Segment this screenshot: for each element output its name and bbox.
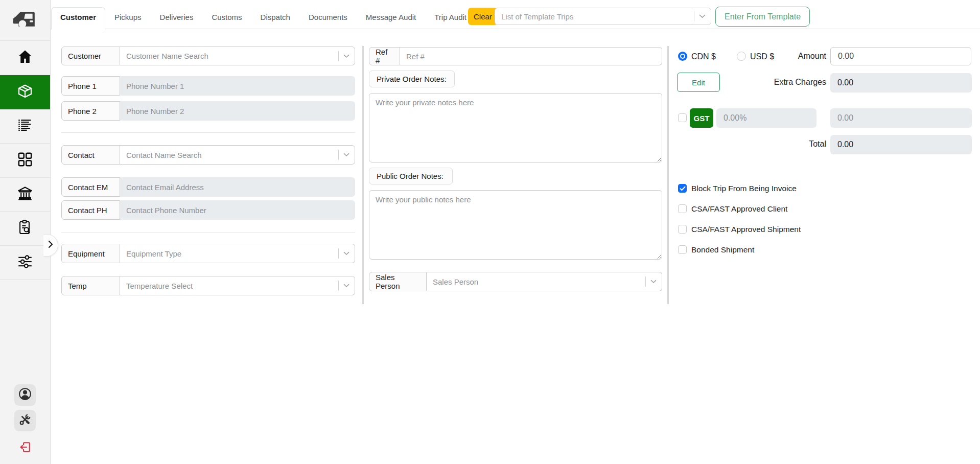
contact-placeholder: Contact Name Search — [126, 151, 202, 159]
nav-tabs: Customer Pickups Deliveries Customs Disp… — [51, 7, 476, 29]
tools-icon — [17, 412, 33, 429]
block-invoice-checkbox[interactable] — [678, 184, 687, 193]
phone1-label: Phone 1 — [61, 76, 120, 96]
chevron-down-icon[interactable] — [338, 248, 349, 259]
bonded-shipment-checkbox[interactable] — [678, 245, 687, 254]
sidebar-item-trip-search[interactable] — [0, 212, 50, 246]
tab-dispatch[interactable]: Dispatch — [251, 7, 299, 29]
app-logo — [0, 0, 50, 41]
grid-icon — [16, 151, 34, 170]
cdn-currency-label[interactable]: CDN $ — [691, 52, 716, 61]
temp-select[interactable]: Temperature Select — [120, 276, 355, 295]
chevron-down-icon[interactable] — [338, 51, 349, 61]
public-notes-textarea[interactable] — [369, 190, 662, 260]
chevron-down-icon[interactable] — [338, 281, 349, 291]
sidebar-item-accounting[interactable] — [0, 178, 50, 212]
tab-deliveries[interactable]: Deliveries — [151, 7, 203, 29]
sidebar-item-trip-list[interactable] — [0, 109, 50, 144]
contact-label: Contact — [61, 145, 120, 165]
profile-button[interactable] — [14, 384, 36, 406]
cdn-currency-radio[interactable] — [678, 52, 687, 61]
tab-customs[interactable]: Customs — [202, 7, 251, 29]
gst-badge[interactable]: GST — [690, 108, 713, 128]
csa-shipment-checkbox[interactable] — [678, 225, 687, 234]
edit-extra-charges-button[interactable]: Edit — [677, 73, 720, 92]
equipment-placeholder: Equipment Type — [126, 249, 181, 258]
customer-select[interactable]: Customer Name Search — [120, 47, 355, 65]
private-notes-label: Private Order Notes: — [369, 71, 455, 87]
contact-email-field-group: Contact EM Contact Email Address — [61, 177, 355, 197]
sliders-icon — [16, 253, 34, 272]
contact-email-field[interactable]: Contact Email Address — [120, 177, 355, 197]
template-trips-dropdown[interactable]: List of Template Trips — [495, 8, 711, 25]
csa-client-checkbox[interactable] — [678, 204, 687, 213]
sidebar-item-settings[interactable] — [0, 246, 50, 280]
gst-percent-field[interactable]: 0.00% — [716, 108, 816, 128]
template-trips-placeholder: List of Template Trips — [501, 12, 573, 21]
ref-placeholder: Ref # — [406, 52, 425, 61]
clear-button[interactable]: Clear — [468, 8, 498, 25]
sales-person-field-group: Sales Person Sales Person — [369, 272, 662, 291]
total-value: 0.00 — [837, 140, 853, 149]
truck-logo-icon — [11, 8, 39, 33]
combo-divider — [338, 281, 339, 291]
tab-documents[interactable]: Documents — [299, 7, 357, 29]
temp-field-group: Temp Temperature Select — [61, 276, 355, 295]
tab-pickups[interactable]: Pickups — [105, 7, 151, 29]
contact-phone-label: Contact PH — [61, 200, 120, 220]
contact-email-label: Contact EM — [61, 177, 120, 197]
sidebar-item-orders[interactable] — [0, 75, 50, 109]
sidebar-item-dashboard[interactable] — [0, 144, 50, 178]
check-icon — [680, 184, 686, 193]
divider — [61, 132, 355, 133]
amount-value: 0.00 — [838, 52, 854, 61]
private-notes-textarea[interactable] — [369, 93, 662, 163]
bank-icon — [16, 184, 34, 205]
temp-label: Temp — [61, 276, 120, 295]
csa-client-label[interactable]: CSA/FAST Approved Client — [691, 204, 787, 214]
tab-customer[interactable]: Customer — [51, 7, 105, 30]
column-separator — [362, 46, 364, 304]
gst-checkbox[interactable] — [678, 113, 687, 122]
amount-label: Amount — [761, 52, 826, 61]
bonded-shipment-label[interactable]: Bonded Shipment — [691, 245, 754, 254]
equipment-field-group: Equipment Equipment Type — [61, 244, 355, 263]
contact-phone-field[interactable]: Contact Phone Number — [120, 200, 355, 220]
combo-divider — [338, 150, 339, 160]
gst-percent-value: 0.00% — [724, 113, 746, 123]
contact-phone-field-group: Contact PH Contact Phone Number — [61, 200, 355, 220]
tab-message-audit[interactable]: Message Audit — [357, 7, 425, 29]
enter-from-template-button[interactable]: Enter From Template — [715, 7, 810, 27]
chevron-down-icon[interactable] — [645, 276, 657, 287]
chevron-down-icon[interactable] — [694, 11, 706, 21]
chevron-right-icon — [46, 239, 55, 251]
logout-icon — [18, 440, 32, 456]
usd-currency-radio[interactable] — [737, 52, 746, 61]
phone2-placeholder: Phone Number 2 — [126, 107, 184, 115]
logout-button[interactable] — [17, 440, 33, 456]
sidebar-item-home[interactable] — [0, 41, 50, 75]
combo-divider — [338, 51, 339, 61]
public-notes-label: Public Order Notes: — [369, 168, 453, 184]
block-invoice-label[interactable]: Block Trip From Being Invoice — [691, 184, 797, 193]
clipboard-search-icon — [16, 219, 34, 238]
equipment-select[interactable]: Equipment Type — [120, 244, 355, 263]
sales-person-select[interactable]: Sales Person — [427, 272, 662, 291]
sales-person-placeholder: Sales Person — [433, 277, 478, 286]
phone2-field[interactable]: Phone Number 2 — [120, 101, 355, 121]
csa-shipment-label[interactable]: CSA/FAST Approved Shipment — [691, 225, 801, 234]
divider — [61, 233, 355, 233]
phone1-field-group: Phone 1 Phone Number 1 — [61, 76, 355, 96]
list-icon — [16, 117, 34, 136]
amount-input[interactable]: 0.00 — [830, 47, 971, 65]
home-icon — [16, 48, 34, 67]
tools-button[interactable] — [14, 410, 36, 431]
phone1-field[interactable]: Phone Number 1 — [120, 76, 355, 96]
sidebar-expand-handle[interactable] — [43, 234, 58, 257]
phone1-placeholder: Phone Number 1 — [126, 82, 184, 90]
phone2-field-group: Phone 2 Phone Number 2 — [61, 101, 355, 121]
chevron-down-icon[interactable] — [338, 150, 349, 160]
extra-charges-label: Extra Charges — [741, 78, 826, 87]
contact-select[interactable]: Contact Name Search — [120, 145, 355, 165]
ref-input[interactable]: Ref # — [400, 47, 662, 65]
